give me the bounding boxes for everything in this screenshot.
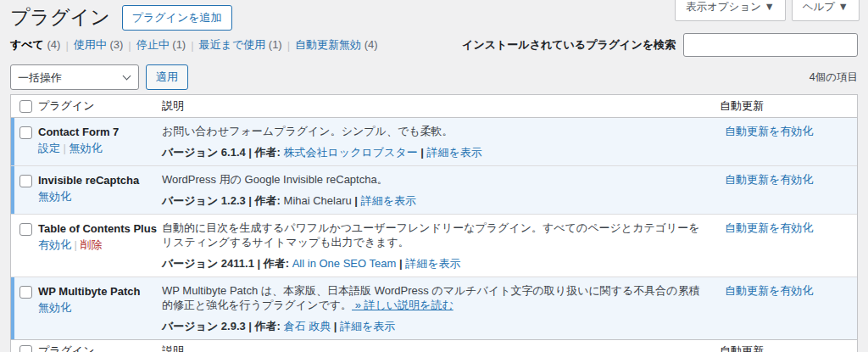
plugin-description-cell: WP Multibyte Patch は、本家版、日本語版 WordPress … xyxy=(162,277,720,339)
auto-update-cell: 自動更新を有効化 xyxy=(720,166,857,214)
version-line: バージョン 1.2.3 | 作者: Mihai Chelaru | 詳細を表示 xyxy=(162,193,708,208)
plugin-description-cell: WordPress 用の Google Invisible reCaptcha。… xyxy=(162,166,720,214)
apply-button[interactable]: 適用 xyxy=(146,64,188,90)
bulk-action-select-wrap: 一括操作 xyxy=(10,64,139,90)
column-header-plugin: プラグイン xyxy=(38,98,162,114)
help-button[interactable]: ヘルプ ▼ xyxy=(792,0,860,21)
row-actions: 無効化 xyxy=(38,189,155,204)
plugin-row: Contact Form 7 設定 | 無効化 お問い合わせフォームプラグイン。… xyxy=(11,118,857,165)
plugin-description: 自動的に目次を生成するパワフルかつユーザーフレンドリーなプラグイン。すべてのペー… xyxy=(162,221,708,249)
footer-header-description: 説明 xyxy=(162,344,720,352)
search-box: インストールされているプラグインを検索 xyxy=(462,33,858,57)
select-all-cell-bottom xyxy=(11,344,38,352)
filter-link-3[interactable]: 最近まで使用 (1) xyxy=(199,37,282,53)
details-link[interactable]: 詳細を表示 xyxy=(361,194,416,207)
auto-update-link[interactable]: 自動更新を有効化 xyxy=(725,284,813,297)
author-link[interactable]: 株式会社ロックロブスター xyxy=(284,146,418,159)
plugin-description: WP Multibyte Patch は、本家版、日本語版 WordPress … xyxy=(162,283,708,312)
filter-link-2[interactable]: 停止中 (1) xyxy=(136,37,186,53)
details-link[interactable]: 詳細を表示 xyxy=(427,146,482,159)
filter-separator: | xyxy=(287,39,290,52)
plugin-description: お問い合わせフォームプラグイン。シンプル、でも柔軟。 xyxy=(162,124,708,138)
plugins-table: プラグイン 説明 自動更新 Contact Form 7 設定 | 無効化 お問… xyxy=(10,94,858,352)
filter-separator: | xyxy=(128,39,131,52)
plugin-name: Table of Contents Plus xyxy=(38,221,155,236)
auto-update-cell: 自動更新を有効化 xyxy=(720,215,857,277)
plugin-description-cell: お問い合わせフォームプラグイン。シンプル、でも柔軟。 バージョン 6.1.4 |… xyxy=(162,118,720,165)
version-author-label: バージョン 6.1.4 | 作者: xyxy=(162,146,284,159)
row-action-link[interactable]: 無効化 xyxy=(70,142,103,154)
plugin-name-cell: WP Multibyte Patch 無効化 xyxy=(38,277,162,339)
author-name: Mihai Chelaru xyxy=(284,194,352,207)
bulk-action-select[interactable]: 一括操作 xyxy=(10,64,139,90)
version-separator: | xyxy=(396,257,405,270)
auto-update-cell: 自動更新を有効化 xyxy=(720,277,857,339)
row-action-link[interactable]: 無効化 xyxy=(38,190,71,203)
filter-link-4[interactable]: 自動更新無効 (4) xyxy=(295,37,378,53)
filter-toolbar: すべて (4)|使用中 (3)|停止中 (1)|最近まで使用 (1)|自動更新無… xyxy=(10,33,858,57)
table-footer-row: プラグイン 説明 自動更新 xyxy=(11,339,857,352)
plugin-row: Invisible reCaptcha 無効化 WordPress 用の Goo… xyxy=(11,165,857,214)
version-line: バージョン 6.1.4 | 作者: 株式会社ロックロブスター | 詳細を表示 xyxy=(162,145,708,159)
row-action-link[interactable]: 設定 xyxy=(38,142,60,154)
plugin-name: Contact Form 7 xyxy=(38,125,155,139)
auto-update-link[interactable]: 自動更新を有効化 xyxy=(725,221,813,234)
row-checkbox[interactable] xyxy=(19,175,32,187)
row-checkbox[interactable] xyxy=(19,126,32,139)
filter-link-1[interactable]: 使用中 (3) xyxy=(74,37,124,53)
bulk-actions-controls: 一括操作 適用 xyxy=(10,64,188,90)
plugin-row: WP Multibyte Patch 無効化 WP Multibyte Patc… xyxy=(11,277,857,339)
version-line: バージョン 2.9.3 | 作者: 倉石 政典 | 詳細を表示 xyxy=(162,319,708,333)
row-checkbox[interactable] xyxy=(19,223,32,236)
row-action-link[interactable]: 削除 xyxy=(81,238,103,251)
add-plugin-button[interactable]: プラグインを追加 xyxy=(122,5,232,31)
author-link[interactable]: 倉石 政典 xyxy=(284,320,331,332)
plugin-description: WordPress 用の Google Invisible reCaptcha。 xyxy=(162,172,708,187)
row-checkbox-cell xyxy=(11,277,38,339)
screen-options-button[interactable]: 表示オプション ▼ xyxy=(675,0,786,21)
select-all-checkbox[interactable] xyxy=(19,100,32,113)
row-actions: 有効化 | 削除 xyxy=(38,237,155,252)
row-actions: 無効化 xyxy=(38,300,155,315)
version-separator: | xyxy=(352,194,361,207)
screen-meta-links: 表示オプション ▼ ヘルプ ▼ xyxy=(675,0,860,21)
version-author-label: バージョン 2411.1 | 作者: xyxy=(162,257,292,270)
auto-update-cell: 自動更新を有効化 xyxy=(720,118,857,165)
details-link[interactable]: 詳細を表示 xyxy=(405,257,460,270)
action-separator: | xyxy=(71,238,81,251)
row-actions: 設定 | 無効化 xyxy=(38,141,155,155)
version-separator: | xyxy=(418,146,427,159)
search-label: インストールされているプラグインを検索 xyxy=(462,37,676,53)
select-all-cell xyxy=(11,99,38,113)
row-action-link[interactable]: 無効化 xyxy=(38,301,71,314)
auto-update-link[interactable]: 自動更新を有効化 xyxy=(725,173,813,186)
plugin-row: Table of Contents Plus 有効化 | 削除 自動的に目次を生… xyxy=(11,214,857,277)
row-checkbox-cell xyxy=(11,166,38,214)
plugin-description-cell: 自動的に目次を生成するパワフルかつユーザーフレンドリーなプラグイン。すべてのペー… xyxy=(162,215,720,277)
auto-update-link[interactable]: 自動更新を有効化 xyxy=(725,125,813,137)
bulk-actions-bar: 一括操作 適用 4個の項目 xyxy=(10,64,858,90)
plugin-name: Invisible reCaptcha xyxy=(38,173,155,187)
footer-header-auto-update: 自動更新 xyxy=(720,344,857,352)
version-author-label: バージョン 2.9.3 | 作者: xyxy=(162,320,284,332)
version-line: バージョン 2411.1 | 作者: All in One SEO Team |… xyxy=(162,256,708,271)
filter-separator: | xyxy=(65,39,68,52)
row-checkbox-cell xyxy=(11,118,38,165)
select-all-checkbox-bottom[interactable] xyxy=(19,345,32,352)
author-link[interactable]: All in One SEO Team xyxy=(292,257,397,270)
row-checkbox[interactable] xyxy=(19,286,32,299)
row-checkbox-cell xyxy=(11,215,38,277)
table-body: Contact Form 7 設定 | 無効化 お問い合わせフォームプラグイン。… xyxy=(11,118,857,339)
row-action-link[interactable]: 有効化 xyxy=(38,238,71,251)
footer-header-plugin: プラグイン xyxy=(38,344,162,352)
description-more-link[interactable]: » 詳しい説明を読む xyxy=(352,299,453,311)
search-input[interactable] xyxy=(683,33,858,57)
details-link[interactable]: 詳細を表示 xyxy=(340,320,395,332)
filter-link-0[interactable]: すべて (4) xyxy=(10,37,60,53)
plugins-page: プラグイン プラグインを追加 すべて (4)|使用中 (3)|停止中 (1)|最… xyxy=(0,0,868,352)
version-separator: | xyxy=(331,320,340,332)
plugin-name-cell: Table of Contents Plus 有効化 | 削除 xyxy=(38,215,162,277)
plugin-name-cell: Contact Form 7 設定 | 無効化 xyxy=(38,118,162,165)
plugin-name-cell: Invisible reCaptcha 無効化 xyxy=(38,166,162,214)
filter-links: すべて (4)|使用中 (3)|停止中 (1)|最近まで使用 (1)|自動更新無… xyxy=(10,37,378,53)
